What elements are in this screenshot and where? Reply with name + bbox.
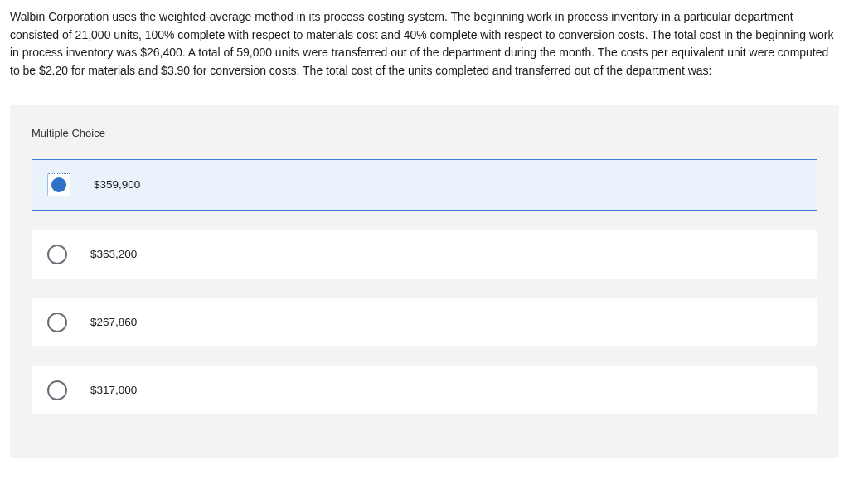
radio-button-selected-icon (47, 173, 70, 196)
option-1[interactable]: $359,900 (32, 159, 817, 211)
question-text: Walbin Corporation uses the weighted-ave… (0, 0, 849, 97)
option-4[interactable]: $317,000 (32, 366, 817, 414)
option-2[interactable]: $363,200 (32, 230, 817, 279)
option-label: $267,860 (90, 314, 137, 331)
radio-button-icon (47, 380, 67, 400)
radio-button-icon (47, 245, 67, 264)
option-3[interactable]: $267,860 (32, 298, 817, 346)
answer-panel: Multiple Choice $359,900 $363,200 $267,8… (10, 105, 839, 458)
option-label: $359,900 (94, 177, 140, 193)
option-label: $363,200 (90, 246, 137, 263)
section-label: Multiple Choice (13, 120, 836, 160)
option-label: $317,000 (90, 382, 137, 399)
radio-button-icon (47, 313, 67, 332)
